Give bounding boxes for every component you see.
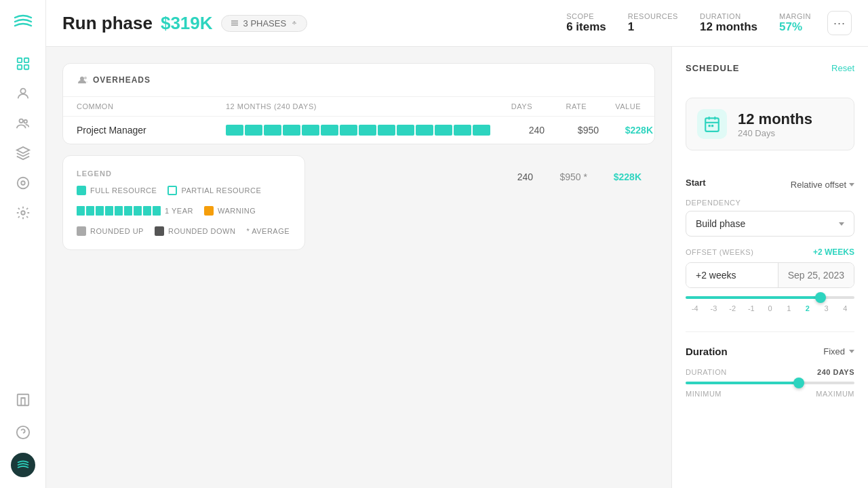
- 1-year-label: 1 YEAR: [165, 207, 193, 215]
- average-label: * AVERAGE: [246, 227, 290, 235]
- header-title-group: Run phase $319K 3 PHASES: [62, 13, 550, 34]
- svg-rect-10: [17, 394, 28, 406]
- sidebar-item-building[interactable]: [11, 388, 35, 412]
- user-avatar[interactable]: [11, 453, 35, 477]
- sidebar-item-brain[interactable]: [11, 171, 35, 195]
- bar-1: [226, 125, 243, 136]
- legend-card: LEGEND FULL RESOURCE PARTIAL RESOURCE: [62, 155, 305, 250]
- duration-type-label: Fixed: [823, 346, 845, 357]
- minimum-label: MINIMUM: [686, 390, 722, 398]
- duration-label: DURATION: [700, 12, 757, 20]
- legend-warning: WARNING: [204, 206, 256, 216]
- chevron-down-icon: [849, 183, 854, 186]
- duration-slider-thumb[interactable]: [793, 378, 804, 388]
- sidebar-item-box[interactable]: [11, 141, 35, 165]
- bar-9: [378, 125, 395, 136]
- partial-resource-swatch: [167, 186, 177, 195]
- right-panel: SCHEDULE Reset 12 months: [671, 47, 868, 488]
- svg-rect-19: [705, 118, 719, 131]
- phases-badge[interactable]: 3 PHASES: [221, 15, 308, 32]
- offset-badge: +2 WEEKS: [813, 247, 854, 257]
- offset-label: OFFSET (WEEKS): [686, 248, 753, 256]
- sidebar-item-help[interactable]: [11, 420, 35, 445]
- label-0: 0: [761, 304, 780, 312]
- offset-slider-labels: -4 -3 -2 -1 0 1 2 3 4: [686, 304, 854, 312]
- duration-value: 12 months: [700, 20, 757, 34]
- duration-type-selector[interactable]: Fixed: [823, 346, 854, 357]
- rounded-up-label: ROUNDED UP: [90, 227, 144, 235]
- table-header: COMMON 12 MONTHS (240 DAYS) DAYS RATE VA…: [63, 97, 654, 117]
- content-area: OVERHEADS COMMON 12 MONTHS (240 DAYS) DA…: [46, 47, 868, 488]
- main-content: Run phase $319K 3 PHASES SCOPE 6 items: [46, 0, 868, 488]
- col-days: DAYS: [478, 102, 532, 110]
- schedule-panel-header: SCHEDULE Reset: [686, 63, 854, 73]
- col-common: COMMON: [77, 102, 226, 110]
- legend-items: FULL RESOURCE PARTIAL RESOURCE: [77, 186, 291, 236]
- offset-date-display: Sep 25, 2023: [778, 263, 854, 287]
- legend-average: * AVERAGE: [246, 227, 290, 235]
- offset-row: OFFSET (WEEKS) +2 WEEKS: [686, 247, 854, 257]
- totals-value: $228K: [587, 171, 642, 182]
- bar-12: [435, 125, 452, 136]
- offset-slider-thumb[interactable]: [815, 292, 826, 303]
- bar-6: [321, 125, 338, 136]
- col-months: 12 MONTHS (240 DAYS): [226, 102, 478, 110]
- duration-slider-fill: [686, 382, 799, 384]
- scope-value: 6 items: [566, 20, 606, 34]
- col-rate: RATE: [532, 102, 587, 110]
- bar-4: [283, 125, 300, 136]
- label-neg3: -3: [705, 304, 724, 312]
- dependency-value: Build phase: [696, 218, 745, 229]
- bar-3: [264, 125, 281, 136]
- totals-rate: $950 *: [533, 171, 587, 182]
- row-value: $228K: [599, 125, 653, 136]
- row-name: Project Manager: [77, 125, 226, 136]
- phases-icon: [230, 18, 239, 28]
- schedule-duration-info: 12 months 240 Days: [738, 110, 812, 138]
- start-label: Start: [686, 178, 706, 188]
- svg-point-18: [84, 77, 87, 79]
- resources-value: 1: [628, 20, 678, 34]
- dependency-label: DEPENDENCY: [686, 199, 854, 207]
- duration-section: Duration Fixed DURATION 240 DAYS: [686, 331, 854, 398]
- header-stats: SCOPE 6 items RESOURCES 1 DURATION 12 mo…: [566, 12, 811, 34]
- app-logo[interactable]: [12, 11, 34, 35]
- overheads-header: OVERHEADS: [63, 64, 654, 97]
- full-resource-label: FULL RESOURCE: [90, 186, 157, 195]
- sidebar-item-settings[interactable]: [11, 201, 35, 225]
- min-max-row: MINIMUM MAXIMUM: [686, 390, 854, 398]
- bar-5: [302, 125, 319, 136]
- more-options-button[interactable]: ···: [827, 11, 852, 35]
- calendar-svg: [703, 115, 721, 133]
- svg-rect-3: [24, 65, 28, 69]
- svg-rect-24: [711, 125, 713, 127]
- relative-offset-selector[interactable]: Relative offset: [791, 180, 854, 190]
- reset-button[interactable]: Reset: [831, 63, 854, 73]
- label-3: 3: [817, 304, 836, 312]
- sort-icon: [290, 19, 298, 27]
- legend-1-year: 1 YEAR: [77, 206, 193, 216]
- svg-point-7: [17, 178, 28, 189]
- svg-point-6: [24, 120, 27, 123]
- svg-point-9: [21, 211, 25, 215]
- page-title: Run phase: [62, 13, 153, 34]
- schedule-display: 12 months 240 Days: [686, 98, 854, 150]
- dependency-chevron-icon: [839, 222, 844, 226]
- svg-rect-2: [17, 65, 21, 69]
- bar-13: [454, 125, 471, 136]
- label-4: 4: [835, 304, 854, 312]
- label-neg4: -4: [686, 304, 705, 312]
- rounded-down-swatch: [155, 226, 164, 236]
- rounded-down-label: ROUNDED DOWN: [168, 227, 236, 235]
- sidebar-item-grid[interactable]: [11, 52, 35, 76]
- sidebar-item-team[interactable]: [11, 111, 35, 136]
- offset-slider-track: [686, 296, 854, 299]
- svg-rect-0: [17, 58, 21, 62]
- sidebar-item-users[interactable]: [11, 81, 35, 106]
- schedule-months: 12 months: [738, 110, 812, 128]
- dependency-dropdown[interactable]: Build phase: [686, 211, 854, 237]
- svg-rect-1: [24, 58, 28, 62]
- bar-14: [473, 125, 490, 136]
- offset-weeks-input[interactable]: +2 weeks: [686, 263, 778, 287]
- bar-7: [340, 125, 357, 136]
